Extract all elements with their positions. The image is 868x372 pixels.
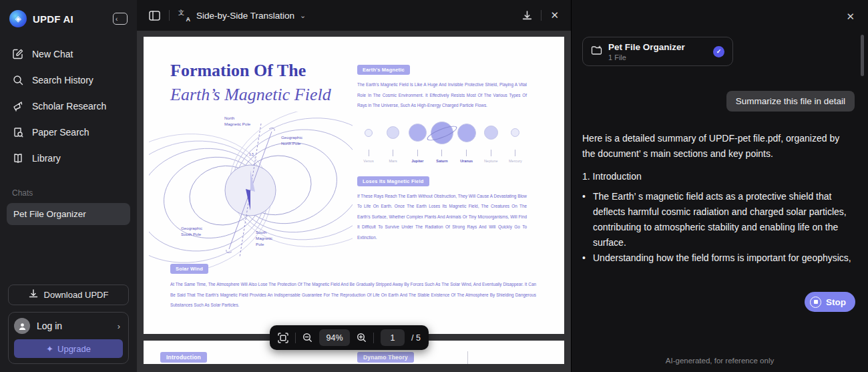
planet-label: Neptune bbox=[484, 159, 498, 163]
check-circle-icon: ✓ bbox=[713, 46, 724, 57]
zoom-out-icon[interactable] bbox=[302, 333, 312, 343]
zoom-level-value[interactable]: 94% bbox=[319, 329, 350, 346]
section-badge: Solar Wind bbox=[170, 264, 208, 274]
nav-label: Paper Search bbox=[32, 127, 89, 138]
login-card: Log in › ✦ Upgrade bbox=[8, 312, 129, 364]
translation-icon: 文A bbox=[178, 10, 190, 21]
upgrade-label: Upgrade bbox=[57, 344, 91, 354]
ai-bullet-text: The Earth’ s magnetic field acts as a pr… bbox=[593, 189, 852, 250]
login-row[interactable]: Log in › bbox=[14, 318, 123, 334]
file-card-text: Pet File Organizer 1 File bbox=[608, 42, 685, 61]
ai-bullet-item: • Understanding how the field forms is i… bbox=[582, 250, 852, 266]
download-updf-button[interactable]: Download UPDF bbox=[8, 285, 129, 305]
close-viewer-icon[interactable]: ✕ bbox=[550, 9, 559, 21]
sidebar-item-scholar-research[interactable]: Scholar Research bbox=[0, 93, 137, 119]
login-label: Log in bbox=[37, 321, 62, 331]
planet-label: Uranus bbox=[460, 159, 473, 163]
section-badge: Earth's Magnetic bbox=[357, 65, 410, 75]
toolbar-divider bbox=[295, 333, 296, 343]
chevron-right-icon: › bbox=[118, 321, 123, 331]
stop-label: Stop bbox=[826, 297, 846, 307]
sidebar-collapse-icon[interactable]: ‹ bbox=[113, 13, 128, 25]
diagram-label: Magnetic bbox=[256, 236, 272, 240]
download-updf-label: Download UPDF bbox=[44, 290, 109, 300]
stop-button[interactable]: Stop bbox=[805, 292, 855, 312]
sidebar-item-library[interactable]: Library bbox=[0, 145, 137, 171]
header-divider bbox=[541, 10, 541, 21]
section-badge: Dynamo Theory bbox=[357, 352, 414, 363]
ai-disclaimer: AI-generated, for reference only bbox=[572, 357, 868, 365]
sidebar-chat-item-pet-file-organizer[interactable]: Pet File Organizer bbox=[7, 203, 130, 225]
upgrade-button[interactable]: ✦ Upgrade bbox=[14, 339, 123, 358]
diagram-label: Geographic bbox=[281, 135, 302, 140]
sidebar-nav: New Chat Search History Scholar Research… bbox=[0, 41, 137, 171]
ai-intro-text: Here is a detailed summary of UPDF-pet f… bbox=[582, 131, 852, 162]
sidebar-header: ◈ UPDF AI ‹ bbox=[0, 0, 137, 34]
sidebar-item-paper-search[interactable]: Paper Search bbox=[0, 119, 137, 145]
diagram-label: South Pole bbox=[181, 232, 202, 236]
sidebar: ◈ UPDF AI ‹ New Chat Search History bbox=[0, 0, 137, 372]
app-root: ◈ UPDF AI ‹ New Chat Search History bbox=[0, 0, 868, 372]
file-card-title: Pet File Organizer bbox=[608, 42, 685, 52]
sidebar-spacer bbox=[0, 225, 137, 285]
pdf-paragraph: The Earth's Magnetic Field Is Like A Hug… bbox=[357, 79, 527, 111]
file-card-subtitle: 1 File bbox=[608, 53, 685, 61]
chat-item-label: Pet File Organizer bbox=[13, 209, 86, 219]
sidebar-item-search-history[interactable]: Search History bbox=[0, 67, 137, 93]
user-message-bubble: Summarize this file in detail bbox=[726, 91, 855, 112]
zoom-in-icon[interactable] bbox=[357, 333, 367, 343]
page2-column-divider bbox=[467, 351, 468, 364]
nav-label: Scholar Research bbox=[32, 101, 106, 112]
updf-logo-icon: ◈ bbox=[9, 10, 27, 27]
new-chat-icon bbox=[12, 48, 23, 59]
ai-section-title: 1. Introduction bbox=[582, 169, 852, 184]
diagram-label: South bbox=[256, 230, 267, 234]
pdf-viewer-panel: 文A Side-by-Side Translation ⌄ ✕ Formatio… bbox=[137, 0, 571, 372]
toolbar-divider bbox=[373, 333, 374, 343]
planet-label: Venus bbox=[363, 159, 373, 163]
current-page-input[interactable]: 1 bbox=[381, 329, 405, 346]
diagram-angle-label: 1.5 bbox=[249, 152, 254, 156]
chevron-down-icon[interactable]: ⌄ bbox=[300, 11, 306, 20]
fit-page-icon[interactable] bbox=[278, 333, 288, 343]
diagram-label: Geographic bbox=[181, 226, 202, 230]
planet-jupiter: Jupiter bbox=[406, 120, 429, 163]
planet-label: Jupiter bbox=[411, 159, 423, 163]
pdf-right-column: Earth's Magnetic The Earth's Magnetic Fi… bbox=[357, 62, 527, 242]
planet-mercury: Mercury bbox=[504, 120, 527, 163]
search-icon bbox=[12, 74, 23, 85]
pdf-page-1: Formation Of The Earth’s Magnetic Field bbox=[144, 37, 564, 334]
download-file-icon[interactable] bbox=[522, 11, 532, 21]
nav-label: New Chat bbox=[32, 49, 73, 59]
pdf-title-line1: Formation Of The bbox=[170, 61, 306, 81]
viewer-mode-title[interactable]: Side-by-Side Translation bbox=[196, 11, 294, 21]
viewer-toolbar: 94% 1 / 5 bbox=[270, 325, 429, 350]
ai-bullet-item: • The Earth’ s magnetic field acts as a … bbox=[582, 189, 852, 250]
diagram-label: Magnetic Pole bbox=[224, 122, 251, 126]
planet-label: Mars bbox=[389, 159, 397, 163]
library-icon bbox=[12, 152, 23, 164]
ai-bullet-list: • The Earth’ s magnetic field acts as a … bbox=[582, 189, 852, 266]
file-card[interactable]: Pet File Organizer 1 File ✓ bbox=[582, 37, 733, 66]
sidebar-item-new-chat[interactable]: New Chat bbox=[0, 41, 137, 67]
download-icon bbox=[29, 289, 38, 301]
ai-bullet-text: Understanding how the field forms is imp… bbox=[593, 250, 851, 266]
chats-section-label: Chats bbox=[12, 188, 137, 198]
pdf-title-line2: Earth’s Magnetic Field bbox=[170, 85, 331, 105]
planets-row: Venus Mars Jupiter bbox=[357, 120, 527, 163]
pdf-paragraph: If These Rays Reach The Earth Without Ob… bbox=[357, 191, 527, 243]
planet-label: Saturn bbox=[436, 159, 447, 163]
diagram-label: Pole bbox=[256, 242, 264, 246]
header-divider bbox=[169, 10, 170, 21]
chat-scrollbar[interactable] bbox=[861, 35, 864, 76]
planet-neptune: Neptune bbox=[479, 120, 502, 163]
panel-toggle-icon[interactable] bbox=[149, 11, 160, 21]
pdf-bottom-block: Solar Wind At The Same Time, The Atmosph… bbox=[170, 261, 536, 311]
page-count-label: / 5 bbox=[411, 333, 421, 343]
sparkle-icon: ✦ bbox=[46, 344, 53, 354]
section-badge: Loses Its Magnetic Field bbox=[357, 176, 429, 186]
ai-message: Here is a detailed summary of UPDF-pet f… bbox=[582, 131, 852, 266]
viewer-body: Formation Of The Earth’s Magnetic Field bbox=[137, 31, 571, 372]
scholar-research-icon bbox=[12, 100, 23, 112]
close-chat-icon[interactable]: ✕ bbox=[846, 11, 855, 23]
